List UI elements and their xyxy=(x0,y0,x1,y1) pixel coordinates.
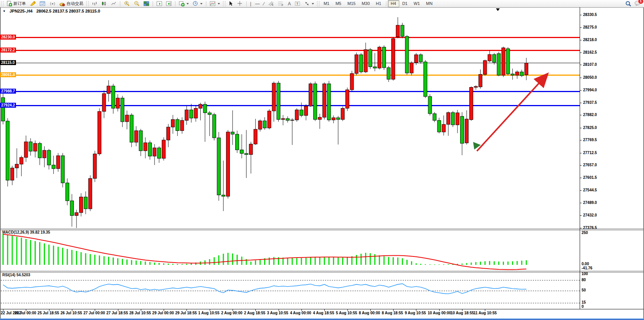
price-line-tag: 27924.2 xyxy=(0,103,16,108)
horizontal-scrollbar[interactable] xyxy=(0,318,644,320)
rsi-line xyxy=(3,284,526,294)
rsi-axis-tick: 100 xyxy=(582,272,588,276)
macd-indicator-label: MACD(12,26,9) 39.82 19.35 xyxy=(2,230,50,234)
date-axis-label: 29 Jul 00:00 xyxy=(152,311,174,315)
price-axis-tick: 28275.0 xyxy=(583,25,597,29)
date-axis-label: 27 Jul 00:00 xyxy=(83,311,105,315)
date-axis-label: 4 Aug 00:00 xyxy=(290,311,311,315)
date-axis-label: 3 Aug 10:55 xyxy=(267,311,289,315)
rsi-axis-tick: 50 xyxy=(582,288,586,292)
date-axis-label: 26 Jul 10:55 xyxy=(61,311,82,315)
rsi-axis-tick: 0 xyxy=(582,304,584,309)
price-line-tag: 27988.7 xyxy=(0,89,16,94)
date-axis-label: 28 Jul 10:55 xyxy=(129,311,151,315)
price-axis-tick: 27712.5 xyxy=(583,151,597,155)
price-axis-tick: 28050.0 xyxy=(583,75,597,80)
price-line-tag: 28115.0 xyxy=(0,60,16,65)
date-axis-label: 2 Aug 00:00 xyxy=(221,311,242,315)
price-axis-tick: 27657.0 xyxy=(583,163,597,167)
price-axis-tick: 27601.5 xyxy=(583,175,597,180)
price-axis-tick: 28162.5 xyxy=(583,50,597,54)
date-axis-label: 29 Jul 18:55 xyxy=(175,311,197,315)
date-axis-label: 8 Aug 00:00 xyxy=(359,311,380,315)
price-axis-tick: 27489.0 xyxy=(583,201,597,205)
macd-axis-tick: 0.00 xyxy=(582,262,589,266)
date-axis-label: 4 Aug 18:55 xyxy=(313,311,334,315)
rsi-indicator-label: RSI(14) 54.5203 xyxy=(2,273,30,277)
date-axis-label: 27 Jul 18:55 xyxy=(107,311,128,315)
price-axis-tick: 27769.5 xyxy=(583,138,597,142)
chart-shift-marker xyxy=(496,8,500,11)
date-axis-label: 25 Jul 18:55 xyxy=(38,311,59,315)
trend-arrow xyxy=(477,76,546,151)
date-axis-label: 1 Aug 10:55 xyxy=(198,311,220,315)
rsi-axis-tick: 15 xyxy=(582,300,586,304)
price-line-tag: 28061.8 xyxy=(0,72,16,77)
date-axis-label: 2 Aug 18:55 xyxy=(244,311,265,315)
price-axis-tick: 27994.0 xyxy=(583,88,597,92)
price-axis-tick: 27825.0 xyxy=(583,126,597,130)
price-line-tag: 28230.0 xyxy=(0,35,16,40)
date-axis-label: 11 Aug 10:55 xyxy=(473,311,497,315)
date-axis-label: 25 Jul 00:00 xyxy=(14,311,36,315)
price-axis-tick: 28107.0 xyxy=(583,62,597,67)
price-axis-tick: 27882.0 xyxy=(583,113,597,117)
date-axis-label: 5 Aug 10:55 xyxy=(336,311,357,315)
price-axis-tick: 28330.5 xyxy=(583,13,597,17)
price-axis-tick: 27937.5 xyxy=(583,100,597,105)
date-axis-label: 8 Aug 18:55 xyxy=(382,311,403,315)
price-axis-tick: 27544.5 xyxy=(583,188,597,192)
macd-axis-tick: 250 xyxy=(582,231,588,235)
price-chart-canvas[interactable] xyxy=(0,0,644,320)
date-axis-label: 9 Aug 10:55 xyxy=(405,311,426,315)
price-axis-tick: 27432.0 xyxy=(583,213,597,217)
price-line-tag: 28172.2 xyxy=(0,48,16,53)
rsi-axis-tick: 80 xyxy=(582,278,586,282)
date-axis-label: 10 Aug 00:00 xyxy=(428,311,451,315)
macd-axis-tick: -41.76 xyxy=(582,266,592,270)
mt4-application: 新订单 自动交易 xyxy=(0,0,644,320)
date-axis-label: 10 Aug 18:55 xyxy=(451,311,474,315)
price-axis-tick: 28218.0 xyxy=(583,38,597,42)
price-axis-tick: 27376.5 xyxy=(583,226,597,230)
